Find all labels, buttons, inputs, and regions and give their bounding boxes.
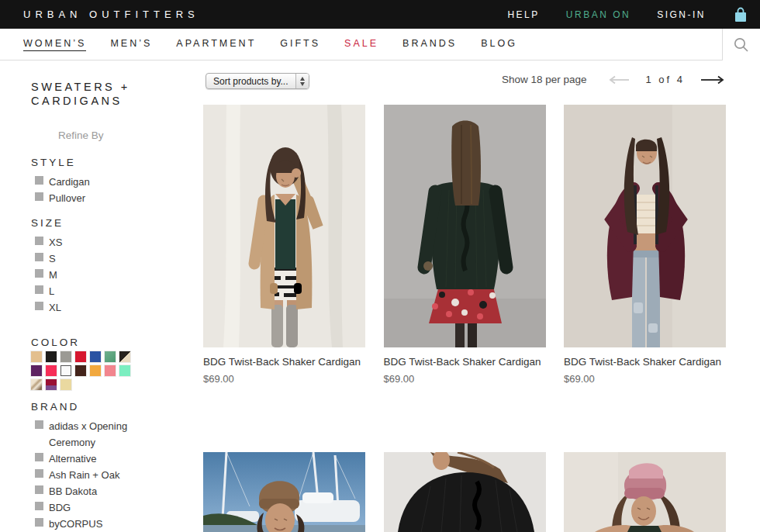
checkbox-icon: [35, 302, 43, 310]
color-swatch[interactable]: [31, 351, 42, 362]
product-price: $69.00: [384, 373, 546, 385]
checkbox-icon: [35, 253, 43, 261]
filter-option-m[interactable]: M: [31, 267, 174, 283]
product-image[interactable]: [203, 105, 365, 347]
filter-heading-brand: BRAND: [31, 401, 174, 413]
color-swatch[interactable]: [75, 351, 86, 362]
product-card[interactable]: BDG Twist-Back Shaker Cardigan $69.00: [384, 105, 546, 385]
color-swatch[interactable]: [90, 351, 101, 362]
filter-option-xs[interactable]: XS: [31, 234, 174, 250]
color-swatch[interactable]: [75, 365, 86, 376]
filter-option-l[interactable]: L: [31, 283, 174, 299]
nav-item-blog[interactable]: BLOG: [481, 38, 517, 51]
filter-option-s[interactable]: S: [31, 250, 174, 267]
shopping-bag-icon[interactable]: [732, 6, 749, 25]
nav-item-womens[interactable]: WOMEN’S: [23, 38, 86, 51]
nav-item-mens[interactable]: MEN’S: [110, 38, 152, 51]
product-name[interactable]: BDG Twist-Back Shaker Cardigan: [384, 356, 546, 368]
nav-item-apartment[interactable]: APARTMENT: [176, 38, 256, 51]
nav-item-gifts[interactable]: GIFTS: [280, 38, 320, 51]
show-per-page-label: Show 18 per page: [502, 74, 587, 85]
product-image[interactable]: [564, 105, 726, 347]
product-card[interactable]: [203, 452, 365, 532]
filter-option-adidas-opening-ceremony[interactable]: adidas x Opening Ceremony: [31, 418, 174, 451]
dropdown-stepper-icon: [295, 74, 309, 88]
product-card[interactable]: BDG Twist-Back Shaker Cardigan $69.00: [564, 105, 726, 385]
checkbox-icon: [35, 237, 43, 245]
nav-item-sale[interactable]: SALE: [344, 38, 378, 51]
filter-option-ash-rain-oak[interactable]: Ash Rain + Oak: [31, 467, 174, 483]
product-grid-row-1: BDG Twist-Back Shaker Cardigan $69.00: [203, 105, 726, 385]
filter-option-label: Ash Rain + Oak: [49, 467, 119, 483]
checkbox-icon: [35, 176, 43, 185]
color-swatch[interactable]: [46, 365, 57, 376]
filter-option-bycorpus[interactable]: byCORPUS: [31, 516, 174, 532]
product-image[interactable]: [384, 452, 546, 532]
checkbox-icon: [35, 502, 43, 510]
color-swatch[interactable]: [119, 365, 130, 376]
filter-option-label: adidas x Opening Ceremony: [49, 418, 140, 451]
brand-filter-list: adidas x Opening Ceremony Alternative As…: [31, 418, 174, 532]
checkbox-icon: [35, 420, 43, 429]
left-arrow-icon: [607, 75, 630, 85]
filter-option-pullover[interactable]: Pullover: [31, 190, 174, 206]
sign-in-link[interactable]: SIGN-IN: [657, 9, 706, 20]
color-swatch[interactable]: [31, 379, 42, 390]
color-swatch[interactable]: [31, 365, 42, 376]
color-swatch[interactable]: [105, 365, 116, 376]
size-filter-list: XS S M L XL: [31, 234, 174, 316]
checkbox-icon: [35, 269, 43, 278]
filter-option-cardigan[interactable]: Cardigan: [31, 174, 174, 190]
filter-option-alternative[interactable]: Alternative: [31, 451, 174, 467]
color-swatch[interactable]: [90, 365, 101, 376]
site-logo[interactable]: URBAN OUTFITTERS: [23, 9, 199, 20]
color-swatch[interactable]: [60, 351, 71, 362]
filter-option-bdg[interactable]: BDG: [31, 499, 174, 516]
search-icon: [733, 36, 750, 54]
filter-heading-style: STYLE: [31, 157, 174, 168]
filter-option-label: XL: [49, 299, 61, 316]
pagination-status: 1 of 4: [645, 74, 685, 85]
color-swatch[interactable]: [105, 351, 116, 362]
filter-option-label: Pullover: [49, 190, 85, 206]
product-price: $69.00: [564, 373, 726, 385]
product-card[interactable]: [564, 452, 726, 532]
filter-option-label: Cardigan: [49, 174, 90, 190]
product-card[interactable]: BDG Twist-Back Shaker Cardigan $69.00: [203, 105, 365, 385]
color-swatch[interactable]: [46, 351, 57, 362]
nav-items: WOMEN’S MEN’S APARTMENT GIFTS SALE BRAND…: [23, 38, 517, 51]
help-link[interactable]: HELP: [507, 9, 539, 20]
checkbox-icon: [35, 192, 43, 201]
product-image[interactable]: [384, 105, 546, 347]
color-swatch[interactable]: [60, 365, 71, 376]
filter-option-label: S: [49, 250, 56, 267]
filter-option-xl[interactable]: XL: [31, 299, 174, 316]
sort-dropdown[interactable]: Sort products by...: [206, 73, 309, 89]
category-title-line1: SWEATERS +: [31, 80, 174, 94]
filter-option-bb-dakota[interactable]: BB Dakota: [31, 483, 174, 499]
product-grid-row-2: [203, 452, 726, 532]
top-bar: URBAN OUTFITTERS HELP URBAN ON SIGN-IN: [0, 0, 760, 29]
product-image[interactable]: [203, 452, 365, 532]
nav-item-brands[interactable]: BRANDS: [402, 38, 457, 51]
product-card[interactable]: [384, 452, 546, 532]
checkbox-icon: [35, 453, 43, 461]
pagination-next-button[interactable]: [700, 75, 726, 85]
filter-option-label: XS: [49, 234, 62, 250]
refine-by-label: Refine By: [58, 130, 174, 141]
top-bar-links: HELP URBAN ON SIGN-IN: [507, 5, 749, 25]
color-swatch-grid: [31, 351, 134, 390]
color-swatch[interactable]: [60, 379, 71, 390]
product-name[interactable]: BDG Twist-Back Shaker Cardigan: [203, 356, 365, 368]
category-title-line2: CARDIGANS: [31, 94, 174, 108]
checkbox-icon: [35, 485, 43, 494]
product-image[interactable]: [564, 452, 726, 532]
color-swatch[interactable]: [46, 379, 57, 390]
filter-option-label: BB Dakota: [49, 483, 97, 499]
product-name[interactable]: BDG Twist-Back Shaker Cardigan: [564, 356, 726, 368]
urban-on-link[interactable]: URBAN ON: [566, 9, 630, 20]
checkbox-icon: [35, 518, 43, 527]
color-swatch[interactable]: [119, 351, 130, 362]
search-button[interactable]: [722, 29, 760, 60]
pagination-prev-button[interactable]: [607, 75, 630, 85]
